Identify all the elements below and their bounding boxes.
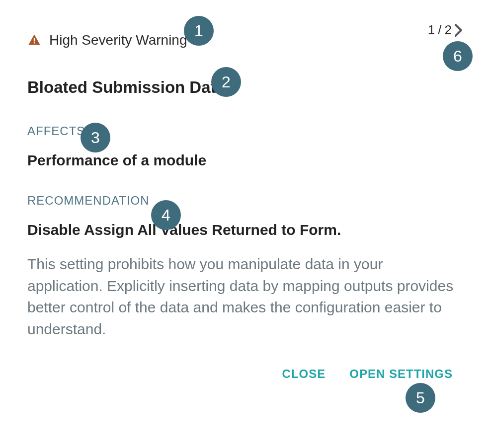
dialog-title: Bloated Submission Data — [27, 78, 463, 97]
recommendation-value: Disable Assign All Values Returned to Fo… — [27, 222, 463, 238]
warning-dialog: High Severity Warning 1 / 2 Bloated Subm… — [0, 0, 490, 401]
dialog-header: High Severity Warning — [27, 32, 463, 48]
warning-triangle-icon — [27, 33, 41, 47]
open-settings-button[interactable]: OPEN SETTINGS — [349, 367, 453, 381]
svg-rect-1 — [34, 42, 35, 43]
close-button[interactable]: CLOSE — [282, 367, 326, 381]
pager-slash: / — [438, 22, 441, 38]
severity-label: High Severity Warning — [49, 32, 187, 48]
dialog-actions: CLOSE OPEN SETTINGS — [27, 367, 463, 381]
affects-value: Performance of a module — [27, 152, 463, 169]
recommendation-description: This setting prohibits how you manipulat… — [27, 253, 455, 340]
severity-group: High Severity Warning — [27, 32, 187, 48]
pager: 1 / 2 — [428, 22, 463, 38]
chevron-right-icon[interactable] — [455, 24, 463, 37]
recommendation-label: RECOMMENDATION — [27, 194, 463, 208]
pager-current: 1 — [428, 22, 435, 38]
pager-total: 2 — [445, 22, 452, 38]
affects-label: AFFECTS — [27, 124, 463, 138]
svg-rect-0 — [34, 38, 35, 41]
